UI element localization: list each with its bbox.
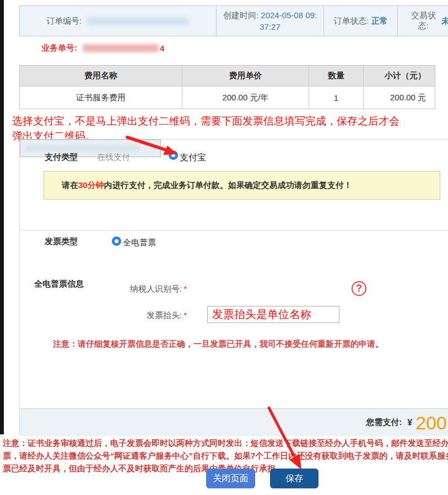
window-edge-strip <box>0 0 4 434</box>
order-header-bar: 订单编号: 创建时间: 2024-05-08 09:37:27 订单状态: 正常… <box>19 6 448 36</box>
trade-status-cell: 交易状态: 未 <box>398 6 448 36</box>
invoice-type-label: 发票类型 <box>45 236 78 247</box>
invoice-title-annotation: 发票抬头是单位名称 <box>212 307 311 322</box>
tax-id-redacted-value <box>26 145 139 152</box>
fee-name-header: 费用名称 <box>20 66 182 86</box>
fee-unit-price-header: 费用单价 <box>182 66 309 86</box>
footer-note-line: 注意：证书业务审核通过后，电子发票会即时以两种方式同时发出：短信发送下载链接至经… <box>3 437 448 449</box>
warning-suffix: 内进行支付，完成业务订单付款。如果确定交易成功请勿重复支付！ <box>104 180 352 190</box>
created-time-value: 2024-05-08 09:37:27 <box>260 10 317 31</box>
fee-table-header-row: 费用名称 费用单价 数量 小计（元） <box>20 66 435 86</box>
warning-highlight: 30分钟 <box>78 180 104 190</box>
fee-subtotal-header: 小计（元） <box>364 66 435 86</box>
payment-page: 订单编号: 创建时间: 2024-05-08 09:37:27 订单状态: 正常… <box>0 0 448 495</box>
footer-note-line: 票，请经办人关注微信公众号“网证通客户服务中心”自行下载。如果7个工作日内还没有… <box>3 449 448 462</box>
fee-name-cell: 证书服务费用 <box>20 87 182 109</box>
created-time-label: 创建时间: <box>223 10 258 20</box>
business-number-label: 业务单号: <box>41 43 77 53</box>
fee-subtotal-cell: 200.00 元 <box>364 87 435 109</box>
save-button[interactable]: 保存 <box>270 469 319 488</box>
business-number-redacted-value <box>83 44 159 52</box>
invoice-title-label: 发票抬头:* <box>115 310 187 321</box>
fee-qty-cell: 1 <box>309 87 364 109</box>
payment-invoice-panel: 支付类型 在线支付 支付宝 请在30分钟内进行支付，完成业务订单付款。如果确定交… <box>19 139 448 435</box>
pay-amount: 200 <box>415 413 447 432</box>
fee-table: 费用名称 费用单价 数量 小计（元） 证书服务费用 200.00 元/年 1 2… <box>19 65 435 109</box>
payment-type-label: 支付类型 <box>45 152 78 163</box>
order-status-value: 正常 <box>371 16 388 26</box>
business-number-suffix: 4 <box>160 44 164 53</box>
tax-id-label: 纳税人识别号:* <box>115 284 187 294</box>
order-status-cell: 订单状态: 正常 <box>324 6 398 36</box>
close-page-button[interactable]: 关闭页面 <box>206 469 255 488</box>
invoice-warning-note: 注意：请仔细复核开票信息是否正确，一旦发票已开具，我司不接受任何重新开票的申请。 <box>53 339 384 349</box>
pay-total-bar: 您需支付: ¥ 200 <box>20 408 448 436</box>
alipay-radio-selected[interactable] <box>169 150 178 160</box>
trade-status-value: 未 <box>441 16 448 26</box>
fee-qty-header: 数量 <box>309 66 364 86</box>
payment-type-row: 支付类型 在线支付 支付宝 <box>20 150 448 163</box>
help-icon[interactable]: ? <box>352 281 366 296</box>
order-status-label: 订单状态: <box>333 16 369 26</box>
order-number-redacted-value <box>87 17 189 25</box>
warning-prefix: 请在 <box>62 180 78 190</box>
invoice-type-option[interactable]: 全电普票 <box>123 238 156 248</box>
fee-table-row: 证书服务费用 200.00 元/年 1 200.00 元 <box>20 86 435 109</box>
payment-option-alipay[interactable]: 支付宝 <box>180 152 206 164</box>
pay-total-label: 您需支付: <box>366 417 402 428</box>
currency-symbol: ¥ <box>407 418 412 428</box>
payment-deadline-warning: 请在30分钟内进行支付，完成业务订单付款。如果确定交易成功请勿重复支付！ <box>44 171 440 200</box>
order-number-cell: 订单编号: <box>20 6 217 36</box>
invoice-info-title: 全电普票信息 <box>34 279 84 289</box>
trade-status-label: 交易状态: <box>408 10 439 31</box>
required-asterisk: * <box>183 284 187 293</box>
invoice-title-input[interactable]: 发票抬头是单位名称 <box>207 306 339 323</box>
invoice-type-radio-selected[interactable] <box>112 236 121 246</box>
fee-unit-price-cell: 200.00 元/年 <box>182 87 309 109</box>
business-number-row: 业务单号: 4 <box>41 43 164 53</box>
required-asterisk: * <box>183 310 187 320</box>
created-time-cell: 创建时间: 2024-05-08 09:37:27 <box>217 6 324 36</box>
order-number-label: 订单编号: <box>46 16 82 26</box>
payment-option-online[interactable]: 在线支付 <box>97 152 130 163</box>
section-divider <box>20 230 448 231</box>
